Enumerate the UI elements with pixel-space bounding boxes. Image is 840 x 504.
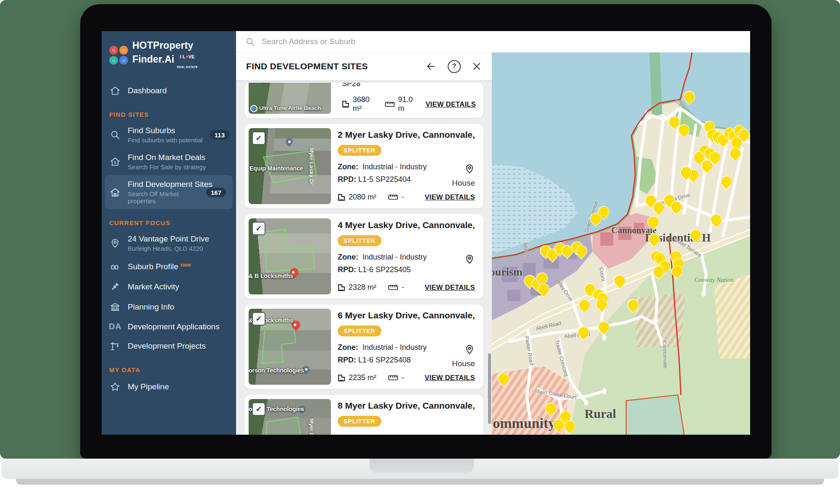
poi-icon <box>250 105 257 112</box>
development-sites-panel: FIND DEVELOPMENT SITES ? McIntosh Dr Ult… <box>236 52 492 435</box>
area-icon <box>342 100 349 108</box>
frontage-value: - <box>402 373 404 382</box>
laptop-base <box>2 459 838 479</box>
house-icon <box>109 187 121 198</box>
zone-value: Zone: Industrial - Industry <box>338 253 476 262</box>
gavel-icon <box>109 281 121 292</box>
category-label: House <box>452 178 475 188</box>
frontage-value: 91.0 m <box>398 95 414 113</box>
view-details-link[interactable]: VIEW DETAILS <box>425 374 475 382</box>
search-icon <box>245 37 255 47</box>
frontage-value: - <box>402 193 404 202</box>
ruler-icon <box>388 375 398 381</box>
sidebar-item-find-development-sites[interactable]: Find Development SitesSearch Off Market … <box>105 175 233 209</box>
sidebar-item-label: Development Applications <box>128 322 220 331</box>
count-badge: 113 <box>210 130 229 140</box>
ruler-icon <box>385 102 395 107</box>
area-icon <box>338 374 345 382</box>
da-icon: DA <box>109 322 121 331</box>
sidebar-item-dashboard[interactable]: Dashboard <box>102 81 236 101</box>
sidebar-item-my-pipeline[interactable]: My Pipeline <box>102 377 236 397</box>
logo-text-bold: HOT <box>132 40 153 51</box>
sidebar-item-label: Market Activity <box>128 282 179 291</box>
map[interactable]: Residential HRuralommunityourismCannonva… <box>492 52 750 435</box>
back-button[interactable] <box>425 61 437 71</box>
section-header-current-focus: CURRENT FOCUS <box>102 209 236 230</box>
ilove-badge: I L♥VEREAL ESTATE <box>177 50 198 70</box>
app-logo[interactable]: ⌂ ⌂ ⌂ ⌂ HOTProperty Finder.AiI L♥VEREAL … <box>102 40 236 70</box>
location-pin-icon <box>464 434 475 435</box>
help-button[interactable]: ? <box>448 60 461 73</box>
sidebar-item-find-on-market-deals[interactable]: $ Find On Market DealsSearch For Sale by… <box>102 148 236 175</box>
strategy-badge: SPLITTER <box>338 145 381 156</box>
heart-icon: ♥ <box>186 54 189 59</box>
home-icon <box>109 85 121 96</box>
area-value: 2328 m² <box>349 283 376 292</box>
view-details-link[interactable]: VIEW DETAILS <box>425 193 475 201</box>
place-label: Ultra Tune Airlie Beach <box>250 105 321 112</box>
property-card[interactable]: ✓ & B Locksmiths 4 Myer Lasky Drive, Can… <box>244 214 483 299</box>
laptop-front-edge <box>16 479 824 485</box>
rpd-value: RPD: L2 RP748017 & L31 SP28 <box>342 83 436 88</box>
property-card[interactable]: ✓ Equip Maintenance Myer Lasky Dr 2 Myer… <box>244 124 483 208</box>
ruler-icon <box>388 285 398 290</box>
property-address: 4 Myer Lasky Drive, Cannonvale, QLD ... <box>338 220 476 230</box>
frontage-value: - <box>402 283 404 292</box>
property-address: 8 Myer Lasky Drive, Cannonvale, QLD ... <box>338 401 476 411</box>
sidebar-item-label: Dashboard <box>128 86 167 95</box>
scrollbar-thumb[interactable] <box>488 353 491 424</box>
logo-house-icon: ⌂ <box>109 56 118 65</box>
property-card[interactable]: ✓ & B Locksmiths orson Technologies 6 My… <box>244 304 483 389</box>
property-card[interactable]: McIntosh Dr Ultra Tune Airlie Beach RPD:… <box>244 83 483 118</box>
laptop-notch <box>370 459 474 473</box>
close-button[interactable] <box>472 61 482 71</box>
map-label: Cannonvale <box>612 225 656 236</box>
area-value: 2235 m² <box>349 373 376 382</box>
property-card[interactable]: ✓ orson Technologies oast Scaffold Myer … <box>244 395 483 435</box>
laptop-bezel: ⌂ ⌂ ⌂ ⌂ HOTProperty Finder.AiI L♥VEREAL … <box>80 4 772 459</box>
view-details-link[interactable]: VIEW DETAILS <box>425 100 476 108</box>
select-checkbox[interactable]: ✓ <box>252 402 265 416</box>
results-list: McIntosh Dr Ultra Tune Airlie Beach RPD:… <box>236 80 492 435</box>
sidebar-item-development-projects[interactable]: Development Projects <box>102 336 236 356</box>
sidebar-item-label: Find Suburbs <box>128 126 175 135</box>
sidebar-item-label: Development Projects <box>128 341 206 351</box>
property-address: 6 Myer Lasky Drive, Cannonvale, QLD ... <box>338 310 476 320</box>
area-icon <box>338 284 345 291</box>
satellite-thumbnail: McIntosh Dr Ultra Tune Airlie Beach <box>249 83 331 114</box>
strategy-badge: SPLITTER <box>338 235 381 246</box>
new-tag: new <box>180 262 191 268</box>
location-pin-icon <box>464 254 475 265</box>
view-details-link[interactable]: VIEW DETAILS <box>425 284 475 291</box>
bank-icon <box>109 302 121 312</box>
strategy-badge: SPLITTER <box>338 416 381 427</box>
suburb-icon <box>109 261 121 272</box>
search-icon <box>109 129 121 140</box>
category-label: House <box>452 359 475 368</box>
map-label: Cannonvale <box>662 340 668 368</box>
select-checkbox[interactable]: ✓ <box>252 312 265 326</box>
sidebar-item-label: 24 Vantage Point Drive <box>128 234 209 243</box>
zone-value: Zone: Industrial - Industry <box>338 433 476 435</box>
sidebar-item-market-activity[interactable]: Market Activity <box>102 277 236 297</box>
sidebar-item-find-suburbs[interactable]: Find SuburbsFind suburbs with potential … <box>102 121 236 148</box>
location-pin-icon <box>464 163 475 174</box>
street-name-label: Myer Lasky Dr <box>308 418 315 435</box>
map-label: ourism <box>492 266 522 278</box>
section-header-find-sites: FIND SITES <box>102 101 236 121</box>
satellite-thumbnail: ✓ orson Technologies oast Scaffold Myer … <box>249 399 331 435</box>
select-checkbox[interactable]: ✓ <box>252 222 265 235</box>
area-value: 3680 m² <box>353 95 373 113</box>
sidebar-item-label: Suburb Profile <box>128 262 178 271</box>
sidebar-item-current-focus-address[interactable]: 24 Vantage Point DriveBurleigh Heads, QL… <box>102 230 236 257</box>
sidebar-item-suburb-profile[interactable]: Suburb Profilenew <box>102 257 236 277</box>
sidebar-item-planning-info[interactable]: Planning Info <box>102 297 236 317</box>
location-pin-icon <box>464 344 475 355</box>
area-value: 2080 m² <box>349 193 376 202</box>
sidebar-item-sub: Search For Sale by strategy <box>128 163 206 171</box>
select-checkbox[interactable]: ✓ <box>252 131 265 145</box>
sidebar-item-development-applications[interactable]: DA Development Applications <box>102 317 236 336</box>
map-label: Conway Nation <box>694 276 734 284</box>
search-input[interactable] <box>261 37 741 47</box>
section-header-my-data: MY DATA <box>102 356 236 377</box>
